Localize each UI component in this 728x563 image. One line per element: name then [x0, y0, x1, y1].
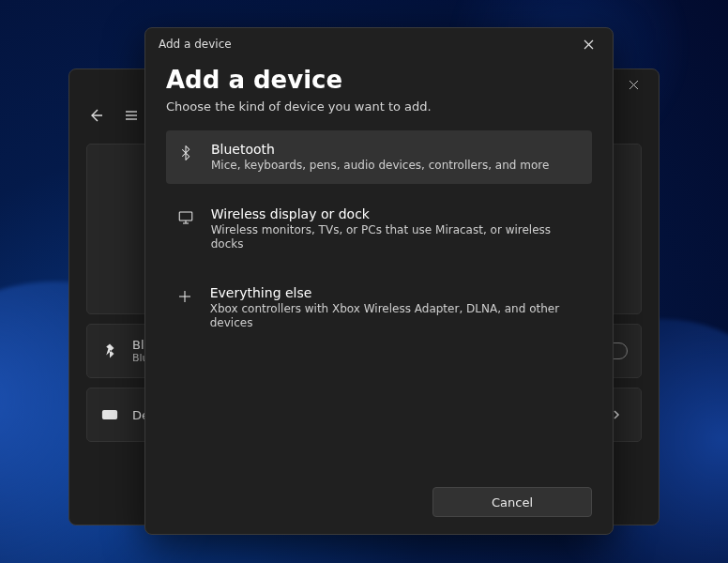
nav-menu-button[interactable] — [122, 106, 141, 125]
close-button[interactable] — [614, 72, 653, 97]
svg-rect-8 — [103, 411, 117, 419]
plus-icon — [175, 285, 195, 305]
keyboard-icon — [100, 406, 119, 423]
dialog-subheading: Choose the kind of device you want to ad… — [166, 99, 592, 114]
dialog-footer: Cancel — [145, 476, 613, 534]
option-wireless-display[interactable]: Wireless display or dock Wireless monito… — [166, 195, 592, 263]
dialog-titlebar-text: Add a device — [159, 38, 232, 51]
option-subtitle: Mice, keyboards, pens, audio devices, co… — [211, 159, 549, 173]
option-bluetooth[interactable]: Bluetooth Mice, keyboards, pens, audio d… — [166, 130, 592, 184]
svg-rect-16 — [179, 212, 192, 221]
option-title: Bluetooth — [211, 142, 549, 157]
bluetooth-icon — [175, 142, 196, 161]
option-everything-else[interactable]: Everything else Xbox controllers with Xb… — [166, 274, 592, 342]
back-button[interactable] — [86, 106, 105, 125]
option-title: Wireless display or dock — [211, 206, 583, 221]
option-subtitle: Xbox controllers with Xbox Wireless Adap… — [210, 302, 583, 330]
dialog-close-button[interactable] — [569, 31, 607, 57]
dialog-heading: Add a device — [166, 66, 592, 94]
display-icon — [175, 206, 196, 226]
option-title: Everything else — [210, 285, 583, 300]
cancel-button-label: Cancel — [492, 495, 533, 510]
dialog-titlebar: Add a device — [145, 28, 613, 60]
bluetooth-icon — [100, 342, 119, 359]
cancel-button[interactable]: Cancel — [432, 487, 592, 517]
add-device-dialog: Add a device Add a device Choose the kin… — [144, 27, 614, 535]
option-subtitle: Wireless monitors, TVs, or PCs that use … — [211, 223, 583, 251]
